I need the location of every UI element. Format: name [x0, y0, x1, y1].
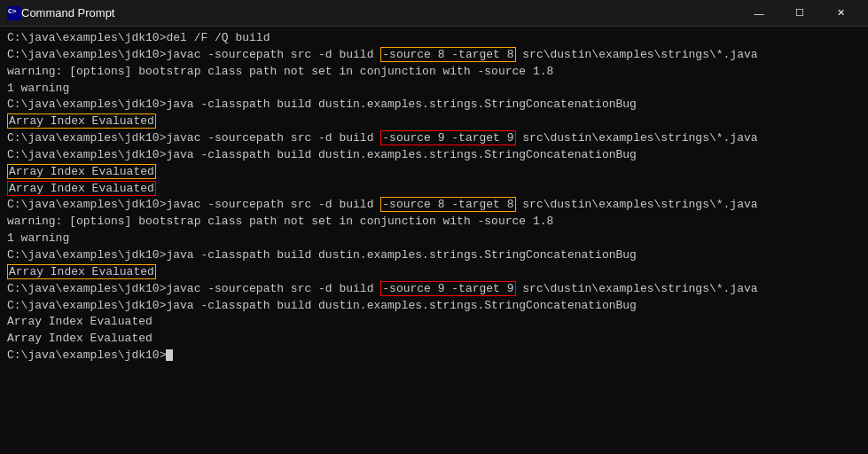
terminal-line: 1 warning — [7, 231, 861, 247]
terminal-text-span: -source 9 -target 9 — [380, 130, 515, 145]
minimize-button[interactable]: — — [739, 0, 779, 27]
terminal-output: C:\java\examples\jdk10>del /F /Q buildC:… — [0, 27, 868, 454]
terminal-line: Array Index Evaluated — [7, 331, 861, 348]
terminal-text-span: Array Index Evaluated — [7, 181, 156, 196]
terminal-text-span: -source 8 -target 8 — [380, 197, 515, 212]
close-button[interactable]: ✕ — [820, 0, 861, 27]
terminal-line: C:\java\examples\jdk10>javac -sourcepath… — [7, 47, 861, 64]
terminal-line: Array Index Evaluated — [7, 264, 861, 281]
terminal-text-span: -source 9 -target 9 — [380, 281, 515, 296]
terminal-text-span: src\dustin\examples\strings\*.java — [516, 282, 758, 295]
terminal-text-span: src\dustin\examples\strings\*.java — [516, 48, 758, 61]
terminal-line: C:\java\examples\jdk10>javac -sourcepath… — [7, 197, 861, 214]
terminal-line: warning: [options] bootstrap class path … — [7, 214, 861, 231]
terminal-text-span: C:\java\examples\jdk10>javac -sourcepath… — [7, 282, 380, 295]
terminal-text-span: src\dustin\examples\strings\*.java — [516, 131, 758, 145]
terminal-text-span: Array Index Evaluated — [7, 164, 156, 179]
terminal-line: Array Index Evaluated — [7, 114, 861, 130]
terminal-text-span: src\dustin\examples\strings\*.java — [516, 198, 758, 211]
terminal-text-span: C:\java\examples\jdk10>javac -sourcepath… — [7, 198, 380, 211]
titlebar: Command Prompt — ☐ ✕ — [0, 0, 868, 27]
maximize-button[interactable]: ☐ — [779, 0, 820, 27]
terminal-line: C:\java\examples\jdk10>java -classpath b… — [7, 97, 861, 114]
terminal-line: C:\java\examples\jdk10>java -classpath b… — [7, 147, 861, 164]
window-title: Command Prompt — [21, 6, 739, 20]
terminal-line: Array Index Evaluated — [7, 164, 861, 181]
terminal-line: C:\java\examples\jdk10>java -classpath b… — [7, 298, 861, 315]
terminal-line: C:\java\examples\jdk10>javac -sourcepath… — [7, 130, 861, 147]
terminal-line: C:\java\examples\jdk10>del /F /Q build — [7, 30, 861, 47]
terminal-line: C:\java\examples\jdk10>java -classpath b… — [7, 247, 861, 264]
terminal-cursor — [166, 349, 173, 361]
terminal-line: C:\java\examples\jdk10> — [7, 348, 861, 364]
terminal-text-span: Array Index Evaluated — [7, 114, 156, 129]
terminal-line: warning: [options] bootstrap class path … — [7, 64, 861, 81]
terminal-line: C:\java\examples\jdk10>javac -sourcepath… — [7, 281, 861, 298]
terminal-text-span: Array Index Evaluated — [7, 264, 156, 279]
terminal-text-span: C:\java\examples\jdk10>javac -sourcepath… — [7, 131, 380, 145]
window-controls: — ☐ ✕ — [739, 0, 861, 27]
terminal-line: Array Index Evaluated — [7, 181, 861, 198]
terminal-line: 1 warning — [7, 81, 861, 98]
terminal-line: Array Index Evaluated — [7, 314, 861, 331]
app-icon — [7, 6, 21, 20]
terminal-text-span: -source 8 -target 8 — [380, 47, 515, 62]
terminal-text-span: C:\java\examples\jdk10>javac -sourcepath… — [7, 48, 380, 61]
